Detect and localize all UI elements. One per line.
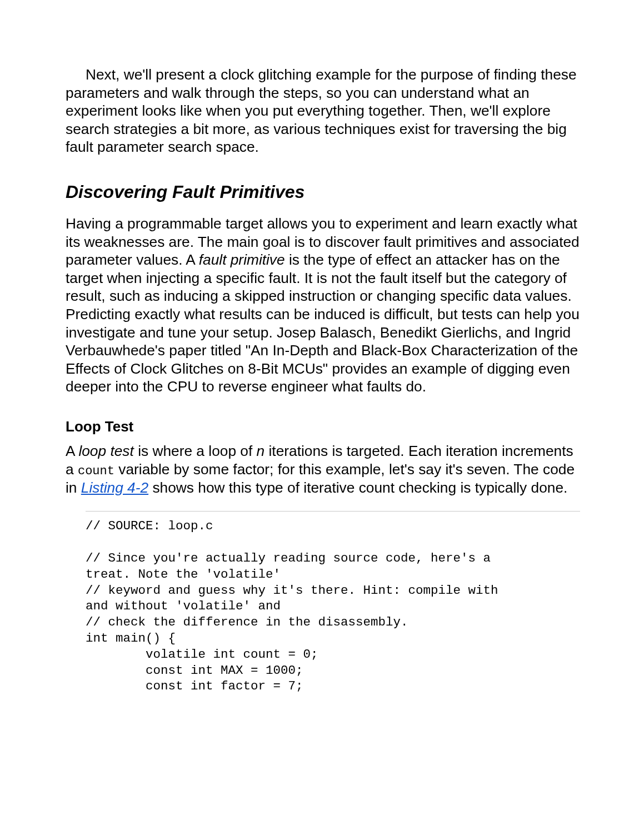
var-n: n — [257, 443, 265, 459]
term-loop-test: loop test — [78, 443, 133, 459]
text-run: shows how this type of iterative count c… — [148, 479, 567, 496]
intro-paragraph: Next, we'll present a clock glitching ex… — [66, 66, 580, 156]
term-fault-primitive: fault primitive — [199, 251, 285, 268]
text-run: A — [66, 443, 78, 459]
code-rule — [86, 511, 580, 512]
listing-link[interactable]: Listing 4-2 — [81, 479, 148, 496]
code-listing: // SOURCE: loop.c // Since you're actual… — [86, 518, 580, 694]
section-heading-fault-primitives: Discovering Fault Primitives — [66, 182, 580, 202]
body-paragraph-2: A loop test is where a loop of n iterati… — [66, 442, 580, 497]
subsection-heading-loop-test: Loop Test — [66, 418, 580, 435]
body-paragraph-1: Having a programmable target allows you … — [66, 215, 580, 396]
text-run: is the type of effect an attacker has on… — [66, 251, 580, 395]
inline-code-count: count — [78, 464, 114, 478]
text-run: is where a loop of — [134, 443, 257, 459]
